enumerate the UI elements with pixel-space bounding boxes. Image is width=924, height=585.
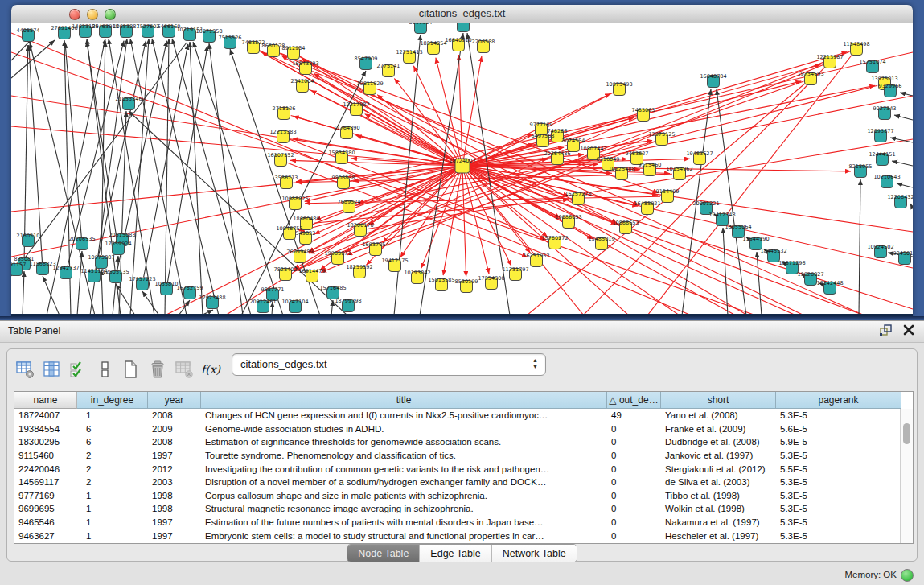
status-bar: Memory: OK [0,563,924,585]
network-node-label: 12923488 [199,295,225,301]
network-node-label: 2160510 [17,233,40,239]
select-all-icon[interactable] [65,356,91,382]
cell-out_de: 0 [607,502,661,516]
table-row[interactable]: 1938455462009Genome-wide association stu… [14,422,913,436]
cell-title: Tourette syndrome. Phenomenology and cla… [201,449,607,463]
memory-ok-indicator[interactable] [901,569,914,582]
network-canvas[interactable]: 1872400722065881664091018514254127514132… [11,23,913,316]
cell-year: 1997 [148,516,201,529]
cell-in_degree: 1 [77,409,148,422]
network-edge [910,204,913,208]
float-window-icon[interactable] [879,323,893,340]
network-node-label: 19965871 [324,250,351,257]
table-row[interactable]: 946554611997Estimation of the future num… [14,516,913,529]
table-row[interactable]: 1456911722003Disruption of a novel membe… [14,476,913,489]
column-header-short[interactable]: short [661,392,776,409]
table-row[interactable]: 1872400712008Changes of HCN gene express… [14,409,913,422]
row-height-icon[interactable] [92,356,117,382]
cell-year: 2009 [148,422,201,436]
network-node-label: 10871296 [778,260,805,266]
network-edge [757,252,762,314]
tab-node-table[interactable]: Node Table [347,545,419,562]
create-column-icon[interactable] [118,356,144,382]
column-header-name[interactable]: name [14,392,77,409]
cell-year: 2012 [148,462,201,476]
table-selector-dropdown[interactable]: citations_edges.txt ▲▼ [232,353,546,376]
cell-out_de: 0 [607,489,661,503]
network-edge [65,43,81,237]
network-node-label: 12444151 [869,151,895,158]
network-node-label: 9227343 [873,105,897,112]
network-node-label: 8215955 [849,163,873,170]
cell-short: Jankovic et al. (1997) [661,449,776,463]
network-node-label: 17957223 [129,276,155,282]
network-node-label: 10025488 [608,166,634,172]
cell-name: 19384554 [14,422,77,436]
cell-pagerank: 5.3E-5 [776,409,901,422]
network-edge [77,251,82,314]
network-edge [331,300,333,314]
network-edge [894,115,913,120]
cell-name: 9777169 [14,489,77,503]
network-node-label: 10193042 [404,270,430,276]
network-node-label: 11548498 [843,41,869,47]
cell-short: Nakamura et al. (1997) [661,516,776,529]
network-node-label: 16543393 [292,60,318,67]
column-header-out_de[interactable]: △ out_de… [607,392,661,409]
network-node-label: 16671358 [195,28,222,35]
table-row[interactable]: 969969511998Structural magnetic resonanc… [14,502,913,516]
network-node-label: 17359924 [105,241,131,247]
network-node-label: 549822 [296,230,316,237]
table-panel: Table Panel [0,320,924,585]
cell-year: 1997 [148,529,201,542]
cell-in_degree: 6 [77,422,148,436]
delete-table-icon[interactable] [171,356,197,382]
cell-pagerank: 5.3E-5 [776,516,901,529]
scrollbar-thumb[interactable] [903,423,910,444]
network-node-label: 18306170 [347,222,373,229]
network-edge [343,52,913,183]
table-row[interactable]: 2242004622012Investigating the contribut… [14,462,913,476]
show-columns-icon[interactable] [39,356,64,382]
cell-pagerank: 5.3E-5 [776,529,901,542]
network-node-label: 16782759 [176,285,203,291]
table-row[interactable]: 911546021997Tourette syndrome. Phenomeno… [14,449,913,463]
column-header-in_degree[interactable]: in_degree [77,392,148,409]
network-node[interactable] [458,23,470,32]
network-node-label: 10154962 [666,166,692,172]
cell-in_degree: 1 [77,502,148,516]
network-node-label: 9857771 [261,286,285,293]
network-window-titlebar[interactable]: citations_edges.txt [11,5,913,23]
cell-title: Changes of HCN gene expression and I(f) … [201,409,607,422]
network-node-label: 19734693 [797,71,823,77]
table-type-tabs: Node TableEdge TableNetwork Table [347,544,577,562]
network-node-label: 8530199 [455,278,478,285]
table-row[interactable]: 977716911998Corpus callosum shape and si… [14,489,913,503]
network-node-label: 19626027 [797,271,823,278]
column-header-title[interactable]: title [201,392,607,409]
network-edge [462,173,466,277]
column-header-pagerank[interactable]: pagerank [776,392,901,409]
function-builder-icon[interactable]: f(x) [198,356,224,382]
cell-name: 9115460 [14,449,77,463]
cell-name: 14569117 [14,476,77,489]
cell-short: Tibbo et al. (1998) [661,489,776,503]
network-edge [11,40,55,78]
cell-out_de: 0 [607,476,661,489]
network-node-label: 16914479 [298,268,325,274]
table-vertical-scrollbar[interactable] [900,409,913,543]
column-header-year[interactable]: year [148,392,201,409]
network-node-label: 10210643 [873,174,900,180]
tab-network-table[interactable]: Network Table [491,545,577,562]
network-node-label: 2206588 [472,39,495,45]
close-icon[interactable] [903,324,914,339]
table-settings-icon[interactable] [12,356,38,382]
network-node-label: 15760272 [541,235,568,241]
cell-short: Wolkin et al. (1998) [661,502,776,516]
table-row[interactable]: 1830029562008Estimation of significance … [14,435,913,449]
table-row[interactable]: 946362711997Embryonic stem cells: a mode… [14,529,913,542]
network-node-label: 16107552 [267,152,294,159]
cell-year: 1997 [148,449,201,463]
tab-edge-table[interactable]: Edge Table [419,545,491,562]
delete-column-icon[interactable] [145,356,170,382]
